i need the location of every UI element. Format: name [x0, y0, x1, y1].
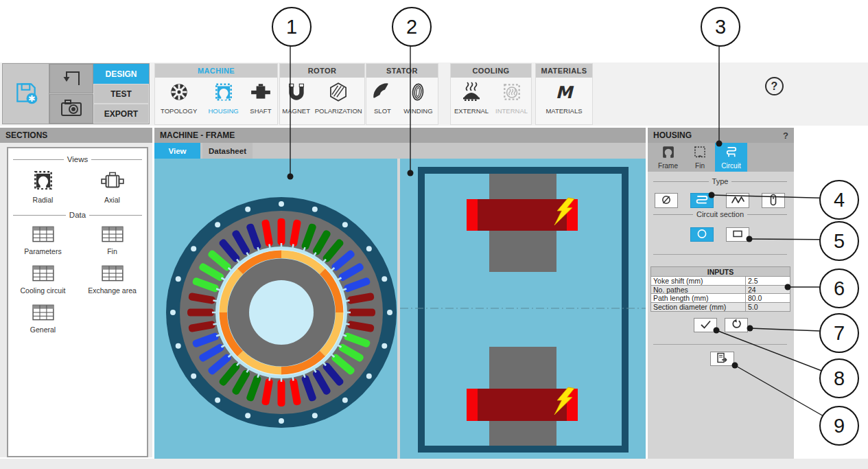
- help-button[interactable]: ?: [765, 77, 784, 95]
- table-row: Section diameter (mm) 5.0: [650, 303, 790, 312]
- tab-test[interactable]: TEST: [93, 84, 149, 104]
- tab-fin[interactable]: Fin: [685, 143, 714, 172]
- ribbon-item-slot[interactable]: SLOT: [371, 81, 393, 115]
- ribbon-item-magnet[interactable]: MAGNET: [282, 81, 310, 115]
- housing-help-button[interactable]: ?: [783, 130, 788, 141]
- circuit-type-serpentine-button[interactable]: [690, 193, 714, 208]
- rectangle-section-icon: [732, 229, 743, 241]
- no-pathes-value[interactable]: 24: [745, 286, 790, 294]
- polarization-icon: [327, 81, 349, 106]
- ribbon-item-label: POLARIZATION: [315, 107, 362, 115]
- table-icon: [32, 225, 55, 245]
- ribbon-item-label: MATERIALS: [546, 107, 582, 115]
- save-button[interactable]: ✱: [3, 64, 49, 124]
- circuit-type-none-button[interactable]: [655, 193, 678, 208]
- machine-canvas: [154, 159, 646, 459]
- ribbon-item-label: TOPOLOGY: [161, 107, 197, 115]
- table-row: Path length (mm) 80.0: [650, 294, 790, 303]
- data-group-header: Data: [13, 211, 142, 219]
- reset-icon: [731, 319, 742, 332]
- callout-4: 4: [819, 180, 859, 220]
- sidebar-item-radial[interactable]: Radial: [8, 169, 78, 204]
- sidebar-item-cooling-circuit[interactable]: Cooling circuit: [8, 264, 78, 295]
- table-icon: [101, 225, 124, 245]
- sidebar-item-fin[interactable]: Fin: [78, 225, 147, 255]
- ribbon-item-external-cooling[interactable]: EXTERNAL: [454, 81, 489, 115]
- table-row: Yoke shift (mm) 2.5: [650, 277, 790, 286]
- table-icon: [32, 264, 55, 284]
- sections-title: SECTIONS: [5, 130, 47, 140]
- row-label: Section diameter (mm): [651, 303, 745, 311]
- housing-tabstrip: Frame Fin Circuit: [648, 143, 794, 172]
- section-diameter-value[interactable]: 5.0: [745, 303, 790, 311]
- section-rectangle-button[interactable]: [726, 227, 749, 242]
- reset-button[interactable]: [725, 318, 748, 332]
- callout-8: 8: [819, 358, 859, 398]
- yoke-shift-value[interactable]: 2.5: [745, 277, 790, 285]
- path-length-value[interactable]: 80.0: [745, 294, 790, 302]
- tab-label: Fin: [695, 162, 705, 170]
- tab-datasheet[interactable]: Datasheet: [202, 143, 253, 159]
- ribbon-item-label: SLOT: [374, 107, 391, 115]
- ribbon-item-housing[interactable]: HOUSING: [208, 81, 238, 115]
- frame-icon: [660, 145, 677, 161]
- ribbon-item-label: SHAFT: [250, 107, 271, 115]
- ribbon-item-shaft[interactable]: SHAFT: [250, 81, 272, 115]
- ribbon-item-label: WINDING: [403, 107, 432, 115]
- callout-9: 9: [819, 406, 859, 446]
- section-circle-button[interactable]: [690, 227, 714, 242]
- axial-view-icon: [99, 169, 126, 194]
- row-label: No. pathes: [651, 286, 745, 294]
- sidebar-item-label: Axial: [104, 196, 120, 204]
- fin-icon: [692, 145, 708, 161]
- ribbon-item-materials[interactable]: M MATERIALS: [546, 81, 582, 115]
- tab-export[interactable]: EXPORT: [93, 104, 149, 124]
- circuit-type-axial-button[interactable]: [762, 193, 785, 208]
- tab-design[interactable]: DESIGN: [93, 64, 149, 84]
- ribbon: ✱: [0, 62, 868, 126]
- callout-5: 5: [819, 221, 859, 261]
- tab-view[interactable]: View: [154, 143, 200, 159]
- export-report-button[interactable]: [710, 352, 734, 366]
- callout-3: 3: [701, 7, 740, 47]
- radial-view-icon: [31, 169, 56, 194]
- circuit-section-group-label: Circuit section: [653, 210, 787, 218]
- ribbon-item-winding[interactable]: WINDING: [403, 81, 432, 115]
- sidebar-item-label: Radial: [33, 196, 54, 204]
- apply-button[interactable]: [694, 318, 717, 332]
- screenshot-button[interactable]: [49, 94, 93, 124]
- sidebar-item-axial[interactable]: Axial: [78, 169, 147, 204]
- circuit-type-wave-button[interactable]: [726, 193, 749, 208]
- sidebar-item-parameters[interactable]: Parameters: [8, 225, 78, 255]
- sidebar-item-general[interactable]: General: [8, 303, 78, 334]
- table-row: No. pathes 24: [650, 286, 790, 295]
- winding-icon: [407, 81, 429, 106]
- undo-button[interactable]: [49, 64, 93, 93]
- ribbon-item-internal-cooling[interactable]: INTERNAL: [495, 81, 528, 115]
- separator: [653, 254, 787, 255]
- housing-icon: [213, 81, 235, 106]
- sidebar-item-exchange-area[interactable]: Exchange area: [78, 264, 147, 295]
- callout-7: 7: [819, 313, 859, 353]
- ribbon-item-label: MAGNET: [282, 107, 310, 115]
- wave-icon: [730, 194, 745, 207]
- ribbon-group-title: ROTOR: [280, 64, 364, 78]
- separator: [653, 344, 787, 345]
- main-view-header: MACHINE - FRAME: [154, 128, 646, 143]
- tab-circuit[interactable]: Circuit: [715, 143, 747, 172]
- magnet-icon: [285, 81, 307, 106]
- views-group-header: Views: [13, 155, 142, 163]
- ribbon-item-topology[interactable]: TOPOLOGY: [161, 81, 197, 115]
- callout-2: 2: [392, 7, 432, 47]
- ribbon-item-label: INTERNAL: [495, 107, 528, 115]
- housing-panel-header: HOUSING ?: [648, 128, 794, 143]
- svg-text:M: M: [556, 82, 574, 102]
- external-cooling-icon: [460, 81, 482, 106]
- status-strip: [0, 459, 868, 469]
- undo-icon: [60, 67, 83, 91]
- sidebar-item-label: Exchange area: [88, 286, 137, 295]
- ribbon-item-polarization[interactable]: POLARIZATION: [315, 81, 362, 115]
- tab-frame[interactable]: Frame: [652, 143, 684, 172]
- none-icon: [660, 194, 672, 207]
- ribbon-group-title: STATOR: [366, 64, 438, 78]
